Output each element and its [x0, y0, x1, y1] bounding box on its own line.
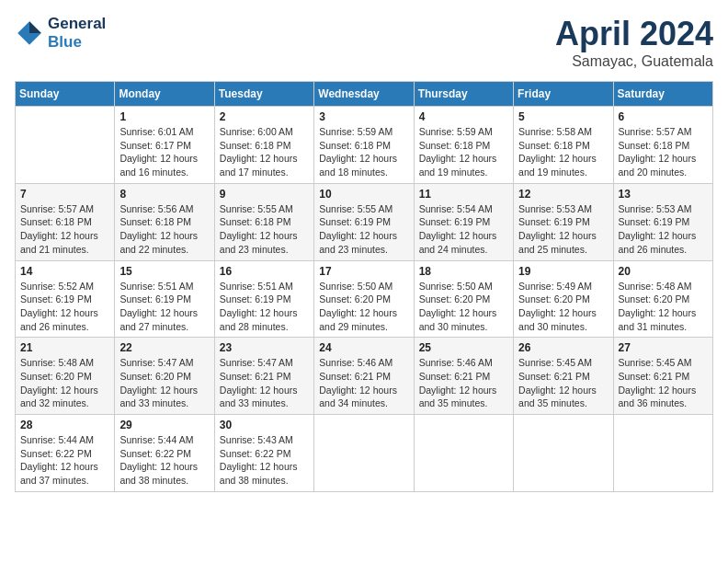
calendar-day-cell	[16, 107, 115, 184]
svg-marker-1	[29, 21, 41, 33]
day-info: Sunrise: 5:48 AM Sunset: 6:20 PM Dayligh…	[20, 356, 109, 410]
day-number: 27	[619, 341, 708, 354]
title-block: April 2024 Samayac, Guatemala	[555, 15, 713, 70]
calendar-day-cell: 29Sunrise: 5:44 AM Sunset: 6:22 PM Dayli…	[115, 415, 214, 492]
calendar-day-cell	[314, 415, 414, 492]
calendar-day-cell: 17Sunrise: 5:50 AM Sunset: 6:20 PM Dayli…	[314, 260, 414, 338]
weekday-header: Tuesday	[214, 82, 313, 107]
calendar-day-cell	[613, 415, 712, 492]
calendar-day-cell: 30Sunrise: 5:43 AM Sunset: 6:22 PM Dayli…	[214, 415, 313, 492]
day-info: Sunrise: 5:58 AM Sunset: 6:18 PM Dayligh…	[518, 125, 608, 179]
day-number: 21	[20, 341, 109, 354]
day-number: 17	[319, 265, 408, 278]
day-info: Sunrise: 5:51 AM Sunset: 6:19 PM Dayligh…	[119, 280, 209, 334]
day-info: Sunrise: 5:59 AM Sunset: 6:18 PM Dayligh…	[319, 125, 408, 179]
calendar-day-cell: 22Sunrise: 5:47 AM Sunset: 6:20 PM Dayli…	[115, 338, 214, 415]
day-info: Sunrise: 5:57 AM Sunset: 6:18 PM Dayligh…	[20, 202, 109, 257]
day-number: 28	[20, 419, 109, 431]
day-number: 10	[319, 188, 408, 201]
day-info: Sunrise: 5:53 AM Sunset: 6:19 PM Dayligh…	[619, 202, 708, 257]
day-number: 23	[220, 341, 309, 354]
logo-text: General Blue	[48, 15, 106, 51]
day-number: 25	[419, 341, 508, 354]
day-info: Sunrise: 5:47 AM Sunset: 6:20 PM Dayligh…	[119, 356, 209, 410]
calendar-day-cell: 5Sunrise: 5:58 AM Sunset: 6:18 PM Daylig…	[514, 107, 613, 184]
logo: General Blue	[15, 15, 106, 51]
day-info: Sunrise: 5:45 AM Sunset: 6:21 PM Dayligh…	[619, 356, 708, 410]
calendar-day-cell: 10Sunrise: 5:55 AM Sunset: 6:19 PM Dayli…	[314, 183, 414, 260]
day-number: 7	[20, 188, 109, 201]
calendar-day-cell: 1Sunrise: 6:01 AM Sunset: 6:17 PM Daylig…	[115, 107, 214, 184]
month-title: April 2024	[555, 15, 713, 53]
day-number: 8	[119, 188, 209, 201]
day-info: Sunrise: 5:47 AM Sunset: 6:21 PM Dayligh…	[220, 356, 309, 410]
day-info: Sunrise: 5:55 AM Sunset: 6:18 PM Dayligh…	[220, 202, 309, 257]
day-number: 6	[619, 110, 708, 123]
day-info: Sunrise: 5:56 AM Sunset: 6:18 PM Dayligh…	[119, 202, 209, 257]
calendar-day-cell: 15Sunrise: 5:51 AM Sunset: 6:19 PM Dayli…	[115, 260, 214, 338]
calendar-day-cell: 7Sunrise: 5:57 AM Sunset: 6:18 PM Daylig…	[16, 183, 115, 260]
day-info: Sunrise: 5:54 AM Sunset: 6:19 PM Dayligh…	[419, 202, 508, 257]
calendar-day-cell: 6Sunrise: 5:57 AM Sunset: 6:18 PM Daylig…	[613, 107, 712, 184]
day-number: 18	[419, 265, 508, 278]
weekday-header: Saturday	[613, 82, 712, 107]
day-number: 22	[119, 341, 209, 354]
calendar-day-cell: 4Sunrise: 5:59 AM Sunset: 6:18 PM Daylig…	[414, 107, 513, 184]
day-info: Sunrise: 5:48 AM Sunset: 6:20 PM Dayligh…	[619, 280, 708, 334]
calendar-day-cell: 20Sunrise: 5:48 AM Sunset: 6:20 PM Dayli…	[613, 260, 712, 338]
day-info: Sunrise: 5:55 AM Sunset: 6:19 PM Dayligh…	[319, 202, 408, 257]
calendar-day-cell: 12Sunrise: 5:53 AM Sunset: 6:19 PM Dayli…	[514, 183, 613, 260]
day-info: Sunrise: 5:59 AM Sunset: 6:18 PM Dayligh…	[419, 125, 508, 179]
day-number: 3	[319, 110, 408, 123]
day-number: 24	[319, 341, 408, 354]
day-info: Sunrise: 5:46 AM Sunset: 6:21 PM Dayligh…	[319, 356, 408, 410]
calendar-header-row: SundayMondayTuesdayWednesdayThursdayFrid…	[16, 82, 713, 107]
calendar-day-cell: 3Sunrise: 5:59 AM Sunset: 6:18 PM Daylig…	[314, 107, 414, 184]
calendar-day-cell: 16Sunrise: 5:51 AM Sunset: 6:19 PM Dayli…	[214, 260, 313, 338]
day-info: Sunrise: 5:50 AM Sunset: 6:20 PM Dayligh…	[419, 280, 508, 334]
day-number: 9	[220, 188, 309, 201]
calendar-week-row: 14Sunrise: 5:52 AM Sunset: 6:19 PM Dayli…	[16, 260, 713, 338]
day-number: 12	[518, 188, 608, 201]
calendar-week-row: 7Sunrise: 5:57 AM Sunset: 6:18 PM Daylig…	[16, 183, 713, 260]
weekday-header: Wednesday	[314, 82, 414, 107]
page-header: General Blue April 2024 Samayac, Guatema…	[15, 15, 713, 70]
day-info: Sunrise: 5:49 AM Sunset: 6:20 PM Dayligh…	[518, 280, 608, 334]
calendar-day-cell: 19Sunrise: 5:49 AM Sunset: 6:20 PM Dayli…	[514, 260, 613, 338]
calendar-day-cell: 13Sunrise: 5:53 AM Sunset: 6:19 PM Dayli…	[613, 183, 712, 260]
day-number: 26	[518, 341, 608, 354]
day-number: 2	[220, 110, 309, 123]
day-info: Sunrise: 5:46 AM Sunset: 6:21 PM Dayligh…	[419, 356, 508, 410]
logo-icon	[15, 18, 44, 48]
calendar-day-cell: 24Sunrise: 5:46 AM Sunset: 6:21 PM Dayli…	[314, 338, 414, 415]
day-number: 13	[619, 188, 708, 201]
weekday-header: Sunday	[16, 82, 115, 107]
calendar-day-cell	[514, 415, 613, 492]
day-number: 5	[518, 110, 608, 123]
day-number: 14	[20, 265, 109, 278]
day-number: 29	[119, 419, 209, 431]
day-info: Sunrise: 5:51 AM Sunset: 6:19 PM Dayligh…	[220, 280, 309, 334]
calendar-day-cell: 28Sunrise: 5:44 AM Sunset: 6:22 PM Dayli…	[16, 415, 115, 492]
calendar-day-cell: 8Sunrise: 5:56 AM Sunset: 6:18 PM Daylig…	[115, 183, 214, 260]
calendar-day-cell: 23Sunrise: 5:47 AM Sunset: 6:21 PM Dayli…	[214, 338, 313, 415]
day-info: Sunrise: 6:00 AM Sunset: 6:18 PM Dayligh…	[220, 125, 309, 179]
calendar-day-cell: 26Sunrise: 5:45 AM Sunset: 6:21 PM Dayli…	[514, 338, 613, 415]
calendar-week-row: 1Sunrise: 6:01 AM Sunset: 6:17 PM Daylig…	[16, 107, 713, 184]
day-info: Sunrise: 6:01 AM Sunset: 6:17 PM Dayligh…	[119, 125, 209, 179]
day-info: Sunrise: 5:43 AM Sunset: 6:22 PM Dayligh…	[220, 433, 309, 488]
day-info: Sunrise: 5:45 AM Sunset: 6:21 PM Dayligh…	[518, 356, 608, 410]
day-number: 20	[619, 265, 708, 278]
calendar-day-cell: 27Sunrise: 5:45 AM Sunset: 6:21 PM Dayli…	[613, 338, 712, 415]
calendar-week-row: 21Sunrise: 5:48 AM Sunset: 6:20 PM Dayli…	[16, 338, 713, 415]
location: Samayac, Guatemala	[555, 53, 713, 70]
weekday-header: Monday	[115, 82, 214, 107]
weekday-header: Thursday	[414, 82, 513, 107]
day-number: 11	[419, 188, 508, 201]
day-info: Sunrise: 5:53 AM Sunset: 6:19 PM Dayligh…	[518, 202, 608, 257]
day-info: Sunrise: 5:44 AM Sunset: 6:22 PM Dayligh…	[20, 433, 109, 488]
day-info: Sunrise: 5:52 AM Sunset: 6:19 PM Dayligh…	[20, 280, 109, 334]
calendar-day-cell: 21Sunrise: 5:48 AM Sunset: 6:20 PM Dayli…	[16, 338, 115, 415]
day-number: 30	[220, 419, 309, 431]
calendar-day-cell: 14Sunrise: 5:52 AM Sunset: 6:19 PM Dayli…	[16, 260, 115, 338]
